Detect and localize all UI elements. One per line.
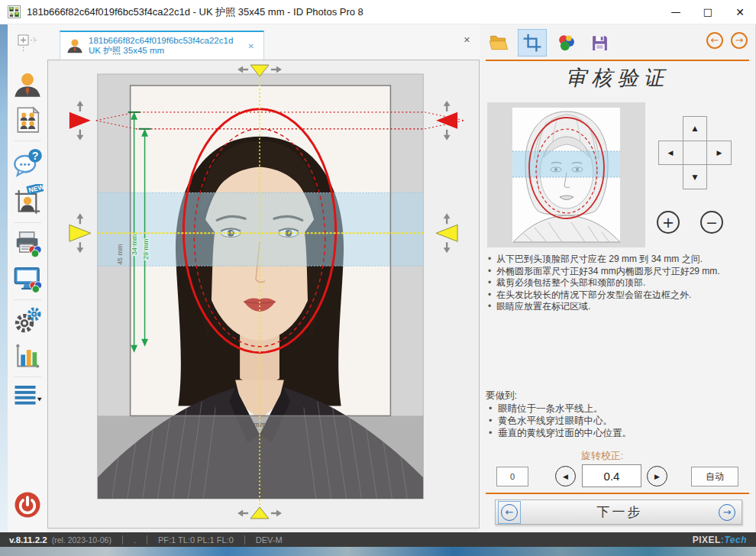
- group-sheet-icon: [13, 105, 42, 134]
- tab-strip: 181b666f82c64f019f6bc53f4ca22c1d UK 护照 3…: [47, 24, 480, 60]
- svg-text:45 mm: 45 mm: [116, 244, 124, 264]
- save-icon: [590, 34, 609, 53]
- photo-with-guides: 34 mm 29 mm 45 mm 35 mm: [48, 60, 479, 528]
- menu-lines-icon: [12, 383, 43, 406]
- maximize-button[interactable]: □: [692, 0, 724, 24]
- window-title: 181b666f82c64f019f6bc53f4ca22c1d - UK 护照…: [27, 5, 363, 19]
- panel-title: 审核验证: [480, 64, 755, 92]
- todo-item: 眼睛位于一条水平线上。: [486, 402, 751, 415]
- rotation-reset-button[interactable]: 0: [496, 467, 528, 486]
- version-label: v.8.11.2.2: [9, 535, 47, 545]
- new-window-icon[interactable]: [11, 31, 44, 57]
- sidebar-item-statistics[interactable]: [11, 338, 44, 373]
- pixeltech-logo: PIXEL:Tech: [693, 535, 747, 545]
- svg-text:34 mm: 34 mm: [131, 234, 138, 255]
- crop-icon: [522, 33, 542, 53]
- requirement-item: 从下巴到头顶脸部尺寸应在 29 mm 到 34 mm 之间.: [486, 254, 751, 266]
- color-adjust-button[interactable]: [551, 29, 580, 57]
- sidebar-item-settings[interactable]: [11, 303, 44, 338]
- photo-width-label: 35 mm: [242, 421, 267, 428]
- color-wheel-icon: [556, 33, 576, 53]
- new-crop-icon: NEW: [11, 184, 44, 216]
- tab-title: 181b666f82c64f019f6bc53f4ca22c1d: [89, 36, 233, 46]
- release-date-label: (rel. 2023-10-06): [52, 535, 111, 545]
- pan-left-button[interactable]: ◀: [658, 141, 683, 165]
- desktop-background-sliver: [0, 547, 756, 556]
- prev-step-focus: ←: [498, 501, 521, 524]
- sidebar-item-print-sheet[interactable]: [11, 102, 44, 137]
- panel-back-icon[interactable]: ←: [706, 32, 723, 49]
- sidebar-item-help[interactable]: ?: [11, 144, 44, 181]
- zoom-in-button[interactable]: +: [657, 211, 680, 234]
- save-button[interactable]: [585, 29, 614, 57]
- rotation-value-input[interactable]: [582, 464, 641, 487]
- pan-dpad: ▲ ◀ ▶ ▼: [658, 116, 732, 189]
- rotate-left-icon[interactable]: ◀: [555, 466, 576, 486]
- printer-color-icon: [12, 229, 43, 258]
- photo-editor-canvas[interactable]: 34 mm 29 mm 45 mm 35 mm: [47, 60, 480, 529]
- divider: [244, 535, 245, 545]
- sidebar-item-print-calibration[interactable]: [11, 226, 44, 261]
- svg-text:NEW: NEW: [27, 184, 44, 194]
- exit-button[interactable]: [11, 488, 44, 522]
- app-icon: [8, 5, 21, 18]
- svg-text:29 mm: 29 mm: [142, 239, 150, 260]
- zoom-out-button[interactable]: −: [700, 211, 723, 234]
- open-folder-button[interactable]: [484, 29, 513, 57]
- status-bar: v.8.11.2.2 (rel. 2023-10-06) . PF:1 TL:0…: [0, 532, 756, 547]
- desktop-background-sliver: [0, 24, 8, 532]
- split-window-icon: [16, 34, 39, 53]
- sidebar-item-single-photo[interactable]: [11, 67, 44, 102]
- crop-tool-button[interactable]: [518, 29, 547, 57]
- folder-icon: [489, 34, 509, 52]
- requirement-item: 裁剪必须包括整个头部和颈部的顶部.: [486, 277, 751, 289]
- guide-sketch: [487, 102, 645, 247]
- status-dot: .: [134, 535, 136, 545]
- verification-panel: ← → 审核验证: [480, 24, 756, 532]
- requirement-item: 眼睛应放置在标记区域.: [486, 301, 751, 313]
- status-mode: DEV-M: [256, 535, 283, 545]
- app-window: 181b666f82c64f019f6bc53f4ca22c1d - UK 护照…: [0, 0, 756, 556]
- person-icon: [66, 37, 83, 54]
- rotation-label: 旋转校正:: [480, 449, 725, 463]
- pan-right-button[interactable]: ▶: [707, 141, 732, 165]
- next-step-icon[interactable]: →: [719, 504, 735, 521]
- minimize-button[interactable]: —: [660, 0, 692, 24]
- document-area: 181b666f82c64f019f6bc53f4ca22c1d UK 护照 3…: [47, 24, 480, 532]
- divider: [122, 535, 123, 545]
- power-icon: [14, 491, 41, 519]
- requirement-item: 在头发比较长的情况下部分发型会留在边框之外.: [486, 289, 751, 302]
- divider: [486, 60, 749, 61]
- monitor-color-icon: [12, 264, 43, 293]
- status-flags: PF:1 TL:0 PL:1 FL:0: [158, 535, 234, 545]
- rotate-right-icon[interactable]: ▶: [647, 466, 667, 486]
- next-step-label: 下一步: [521, 503, 719, 521]
- bar-chart-icon: [12, 341, 43, 370]
- tab-subtitle: UK 护照 35x45 mm: [89, 46, 233, 56]
- prev-step-icon[interactable]: ←: [501, 504, 518, 521]
- tab-photo[interactable]: 181b666f82c64f019f6bc53f4ca22c1d UK 护照 3…: [60, 31, 264, 60]
- sidebar: ? NEW: [8, 24, 47, 532]
- title-bar: 181b666f82c64f019f6bc53f4ca22c1d - UK 护照…: [0, 0, 756, 24]
- panel-forward-icon[interactable]: →: [731, 32, 748, 49]
- pan-down-button[interactable]: ▼: [683, 165, 707, 189]
- next-step-button[interactable]: ← 下一步 →: [495, 499, 742, 525]
- close-button[interactable]: ✕: [724, 0, 756, 24]
- todo-list: 眼睛位于一条水平线上。 黄色水平线穿过眼睛中心。 垂直的黄线穿过面的中心位置。: [486, 402, 751, 439]
- requirements-list: 从下巴到头顶脸部尺寸应在 29 mm 到 34 mm 之间. 外椭圆形面罩尺寸正…: [486, 254, 751, 313]
- rotation-auto-button[interactable]: 自动: [691, 467, 738, 486]
- todo-title: 要做到:: [486, 390, 517, 402]
- divider: [147, 535, 147, 545]
- todo-item: 垂直的黄线穿过面的中心位置。: [486, 427, 751, 439]
- tab-close-icon[interactable]: ✕: [245, 40, 257, 52]
- divider: [486, 493, 749, 494]
- document-close-icon[interactable]: ✕: [464, 35, 470, 45]
- sidebar-item-new-feature[interactable]: NEW: [11, 181, 44, 219]
- sidebar-item-display-calibration[interactable]: [11, 261, 44, 296]
- sidebar-item-menu[interactable]: [11, 380, 44, 409]
- pan-up-button[interactable]: ▲: [683, 116, 707, 141]
- rotation-controls: 0 ◀ ▶ 自动: [480, 464, 756, 489]
- help-chat-icon: ?: [11, 147, 44, 178]
- person-icon: [12, 70, 43, 99]
- todo-item: 黄色水平线穿过眼睛中心。: [486, 415, 751, 427]
